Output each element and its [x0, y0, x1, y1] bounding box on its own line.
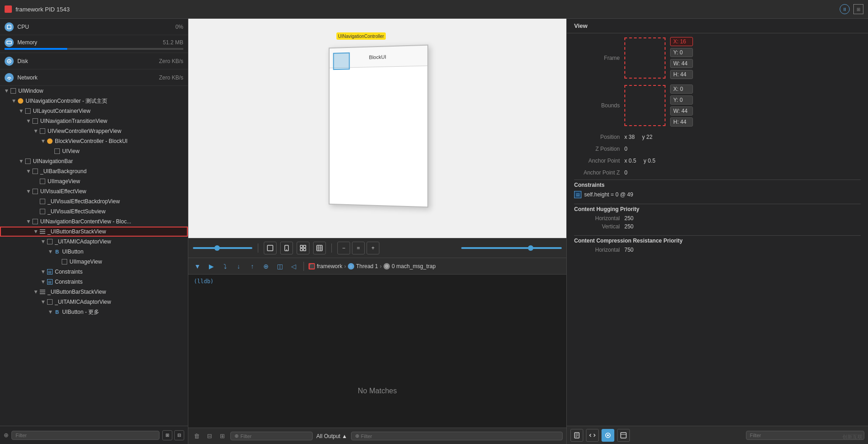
console-expand-btn[interactable]: ⊞: [218, 432, 227, 441]
tree-item-effect-subview[interactable]: _UIVisualEffectSubview: [0, 206, 188, 217]
tree-item-navcontroller[interactable]: ▶ UINavigationController - 测试主页: [0, 96, 188, 106]
tree-item-transition-view[interactable]: ▶ UINavigationTransitionView: [0, 116, 188, 126]
bounds-h-value[interactable]: H: 44: [670, 117, 693, 127]
tree-item-button-bar-stack[interactable]: ▶ _UIButtonBarStackView: [0, 227, 188, 237]
tree-item-layout-container[interactable]: ▶ UILayoutContainerView: [0, 106, 188, 116]
console-split-btn[interactable]: ⊟: [205, 432, 214, 441]
arrow-constraints-2[interactable]: ▶: [40, 279, 47, 285]
arrow-wrapper-view[interactable]: ▶: [33, 128, 39, 134]
arrow-visual-effect[interactable]: ▶: [26, 188, 32, 195]
view-debug-btn[interactable]: ◫: [274, 261, 285, 272]
tree-filter-input[interactable]: [11, 431, 160, 440]
bounds-w-field: W: 44: [670, 106, 693, 116]
frame-fields: X: 16 Y: 0 W: 44 H: 44: [670, 37, 693, 79]
arrow-button-bar-stack-2[interactable]: ▶: [33, 289, 39, 295]
arrow-uibutton-1[interactable]: ▶: [48, 248, 54, 255]
memory-row[interactable]: Memory 51.2 MB: [0, 35, 188, 53]
bounds-x-value[interactable]: X: 0: [670, 85, 693, 94]
zoom-slider[interactable]: [193, 247, 252, 249]
arrow-tamic-2[interactable]: ▶: [40, 299, 47, 305]
tree-item-imageview-1[interactable]: UIImageView: [0, 176, 188, 186]
tree-view-btn-1[interactable]: ⊞: [162, 430, 172, 440]
all-output-selector[interactable]: All Output ▲: [316, 433, 347, 439]
frame-h-value[interactable]: H: 44: [670, 70, 693, 79]
simulate-btn[interactable]: ◁: [288, 261, 299, 272]
anchor-point-label: Anchor Point: [574, 158, 620, 164]
console-filter-input[interactable]: [240, 433, 309, 439]
arrow-navcontroller[interactable]: ▶: [11, 98, 17, 104]
breadcrumb-trap-icon: ⚙: [383, 263, 390, 270]
layout-button[interactable]: ⊞: [853, 4, 863, 14]
tree-item-button-bar-stack-2[interactable]: ▶ _UIButtonBarStackView: [0, 287, 188, 297]
tree-item-uiview[interactable]: UIView: [0, 146, 188, 156]
tab-code-btn[interactable]: [586, 429, 599, 442]
tree-item-uiwindow[interactable]: ▶ UIWindow: [0, 86, 188, 96]
arrow-uibutton-more[interactable]: ▶: [48, 309, 54, 315]
tree-item-bar-bg[interactable]: ▶ _UIBarBackground: [0, 166, 188, 176]
zoom-plus-btn[interactable]: +: [367, 242, 379, 254]
console-clear-btn[interactable]: 🗑: [192, 432, 201, 441]
step-out-btn[interactable]: ↑: [247, 261, 258, 272]
sep-1: [258, 243, 258, 253]
arrow-transition-view[interactable]: ▶: [26, 118, 32, 124]
device-btn[interactable]: [280, 242, 293, 254]
arrow-button-bar-stack[interactable]: ▶: [33, 228, 39, 235]
tree-item-tamic-1[interactable]: ▶ _UITAMICAdaptorView: [0, 237, 188, 247]
arrow-navbar[interactable]: ▶: [18, 158, 25, 164]
tree-item-wrapper-view[interactable]: ▶ UIViewControllerWrapperView: [0, 126, 188, 136]
right-panel-header: View: [567, 19, 868, 33]
icon-constraints-1: ▤: [47, 269, 53, 275]
tree-container[interactable]: ▶ UIWindow ▶ UINavigationController - 测试…: [0, 86, 188, 426]
frame-section: Frame X: 16 Y: 0 W: 44 H: 44: [574, 37, 861, 79]
continue-btn[interactable]: ▶: [206, 261, 217, 272]
tree-item-uibutton-1[interactable]: ▶ B UIButton: [0, 247, 188, 257]
network-row[interactable]: Network Zero KB/s: [0, 69, 188, 86]
arrow-constraints-1[interactable]: ▶: [40, 269, 47, 275]
step-over-btn[interactable]: ⤵: [219, 261, 230, 272]
bounds-w-value[interactable]: W: 44: [670, 106, 693, 116]
arrow-tamic-1[interactable]: ▶: [40, 238, 47, 245]
opacity-slider[interactable]: [461, 247, 562, 249]
icon-button-bar-stack: [39, 228, 46, 235]
debug-down-btn[interactable]: ▼: [192, 261, 203, 272]
arrow-bar-bg[interactable]: ▶: [26, 168, 32, 174]
arrow-uiwindow[interactable]: ▶: [4, 88, 10, 94]
tree-item-visual-effect[interactable]: ▶ UIVisualEffectView: [0, 186, 188, 196]
frame-btn[interactable]: [264, 242, 277, 254]
tree-item-backdrop[interactable]: _UIVisualEffectBackdropView: [0, 196, 188, 206]
arrow-layout-container[interactable]: ▶: [18, 108, 25, 114]
tree-item-imageview-2[interactable]: UIImageView: [0, 257, 188, 267]
arrow-blockvc[interactable]: ▶: [40, 138, 47, 144]
breakpoint-btn[interactable]: ⊕: [261, 261, 272, 272]
frame-w-value[interactable]: W: 44: [670, 59, 693, 68]
label-blockvc: BlockViewController - BlockUI: [55, 138, 128, 144]
tab-circle-btn[interactable]: [602, 429, 614, 442]
step-into-btn[interactable]: ↓: [233, 261, 244, 272]
vertical-priority-value: 250: [624, 223, 634, 230]
tree-item-blockvc[interactable]: ▶ BlockViewController - BlockUI: [0, 136, 188, 146]
cpu-row[interactable]: CPU 0%: [0, 19, 188, 35]
tree-item-constraints-2[interactable]: ▶ ▤ Constraints: [0, 277, 188, 287]
all-output-arrow: ▲: [342, 433, 347, 439]
tree-item-uibutton-more[interactable]: ▶ B UIButton - 更多: [0, 307, 188, 317]
zoom-minus-btn[interactable]: −: [337, 242, 350, 254]
grid-btn[interactable]: [313, 242, 326, 254]
tree-item-constraints-1[interactable]: ▶ ▤ Constraints: [0, 267, 188, 277]
multi-btn[interactable]: [297, 242, 309, 254]
disk-row[interactable]: Disk Zero KB/s: [0, 53, 188, 69]
bounds-y-value[interactable]: Y: 0: [670, 95, 693, 105]
pause-button[interactable]: ⏸: [840, 4, 850, 14]
tree-item-tamic-2[interactable]: ▶ _UITAMICAdaptorView: [0, 297, 188, 307]
arrow-navbar-content[interactable]: ▶: [26, 218, 32, 225]
tab-layout-btn[interactable]: [617, 429, 630, 442]
tree-item-navbar[interactable]: ▶ UINavigationBar: [0, 156, 188, 166]
console-right-filter-input[interactable]: [361, 433, 559, 439]
frame-x-value[interactable]: X: 16: [670, 37, 693, 46]
label-constraints-1: Constraints: [55, 269, 83, 275]
tab-file-btn[interactable]: [570, 429, 583, 442]
zoom-equals-btn[interactable]: =: [352, 242, 365, 254]
tree-item-navbar-content[interactable]: ▶ UINavigationBarContentView - Bloc...: [0, 217, 188, 227]
tree-view-btn-2[interactable]: ⊟: [174, 430, 184, 440]
label-uiwindow: UIWindow: [18, 88, 43, 94]
frame-y-value[interactable]: Y: 0: [670, 48, 693, 57]
